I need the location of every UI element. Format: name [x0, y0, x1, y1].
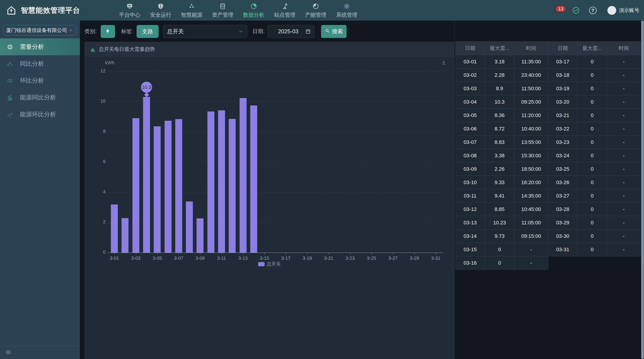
- sidebar-item-label: 需量分析: [20, 43, 44, 51]
- account-name[interactable]: 演示账号: [619, 7, 639, 14]
- search-button-label: 搜索: [332, 28, 343, 35]
- table-row: 03-058.3611:20:0003-210-: [456, 109, 641, 122]
- tag-branch-button[interactable]: 支路: [136, 25, 158, 38]
- table-cell: 10:45:00: [514, 203, 548, 216]
- company-select-value: 厦门锐谷通信设备有限公司: [6, 27, 67, 34]
- table-cell: 09:15:00: [514, 229, 548, 243]
- sidebar-item-yoy-analysis[interactable]: 同比分析: [0, 55, 80, 72]
- nav-item-label: 安全运行: [150, 11, 171, 18]
- download-icon[interactable]: [440, 59, 447, 66]
- table-cell: 03-09: [456, 162, 485, 176]
- nav-item-asset-management[interactable]: 资产管理: [212, 2, 234, 18]
- table-cell: 03-08: [456, 149, 485, 162]
- nav-item-capacity-management[interactable]: 产能管理: [305, 2, 327, 18]
- table-cell: 03-17: [548, 55, 578, 68]
- table-row: 03-109.3316:20:0003-260-: [456, 176, 641, 189]
- legend-swatch: [258, 262, 264, 266]
- x-tick-label: 3-07: [168, 256, 189, 261]
- table-body: 03-013.1811:35:0003-170-03-022.2823:40:0…: [456, 55, 641, 270]
- table-cell: 0: [578, 82, 607, 95]
- avatar[interactable]: [608, 6, 616, 15]
- x-tick-label: 3-05: [147, 256, 168, 261]
- table-cell: 0: [578, 68, 607, 82]
- company-select[interactable]: 厦门锐谷通信设备有限公司: [3, 25, 76, 35]
- yoy-analysis-icon: [6, 60, 14, 67]
- table-cell: -: [607, 162, 641, 176]
- bar-3-03[interactable]: [132, 118, 139, 253]
- chart-panel-header: 总开关每日最大需量趋势: [85, 42, 454, 56]
- x-axis-tick: [243, 253, 243, 254]
- bar-3-10[interactable]: [208, 111, 214, 253]
- notification-bell-icon[interactable]: 13: [557, 7, 564, 14]
- asset-management-icon: [219, 3, 226, 10]
- x-axis-line: [108, 253, 443, 253]
- sidebar-item-mom-analysis[interactable]: 环比分析: [0, 72, 80, 89]
- table-cell: 0: [578, 243, 607, 256]
- legend-label: 总开关: [267, 261, 281, 267]
- y-tick-label: 8: [89, 129, 106, 134]
- sidebar-item-energy-mom-analysis[interactable]: 能源环比分析: [0, 106, 80, 123]
- bar-3-13[interactable]: [240, 98, 246, 253]
- table-cell: 3.18: [485, 55, 514, 68]
- sidebar: 厦门锐谷通信设备有限公司 需量分析同比分析环比分析能源同比分析能源环比分析: [0, 20, 80, 359]
- sidebar-item-energy-yoy-analysis[interactable]: 能源同比分析: [0, 89, 80, 106]
- help-icon[interactable]: ?: [589, 7, 596, 14]
- tag-label: 标签:: [121, 28, 133, 35]
- nav-item-smart-energy[interactable]: 智慧能源: [180, 2, 203, 18]
- x-tick-label: 3-01: [104, 256, 125, 261]
- date-input[interactable]: 2025-03: [268, 25, 314, 38]
- x-axis-tick: [114, 253, 114, 254]
- table-cell: -: [607, 216, 641, 229]
- notification-badge: 13: [555, 5, 566, 13]
- bar-3-11[interactable]: [218, 110, 225, 253]
- branch-select[interactable]: 总开关: [163, 25, 247, 38]
- x-tick-label: 3-25: [361, 256, 382, 261]
- nav-item-label: 站点管理: [274, 11, 296, 18]
- table-cell: 0: [578, 95, 607, 109]
- bar-3-08[interactable]: [186, 201, 193, 253]
- sidebar-item-demand-analysis[interactable]: 需量分析: [0, 38, 80, 55]
- bar-3-09[interactable]: [196, 218, 204, 253]
- table-header-cell: 最大需...: [485, 42, 514, 55]
- table-cell: 03-22: [548, 122, 578, 136]
- calendar-icon: [305, 29, 311, 34]
- left-column: 类别: 标签: 支路 总开关 日期: 2025-03: [80, 21, 454, 359]
- bar-3-04[interactable]: [143, 97, 150, 253]
- table-cell: 03-07: [456, 136, 485, 149]
- bar-3-02[interactable]: [122, 218, 128, 253]
- bar-3-14[interactable]: [250, 105, 257, 253]
- bar-3-06[interactable]: [164, 121, 172, 253]
- nav-item-label: 系统管理: [336, 11, 358, 18]
- table-cell: 03-30: [548, 229, 578, 243]
- top-nav: 平台中心安全运行智慧能源资产管理数据分析站点管理产能管理系统管理: [118, 2, 358, 18]
- table-header-cell: 日期: [456, 42, 485, 55]
- x-tick-label: 3-21: [318, 256, 339, 261]
- performance-gauge-icon[interactable]: [572, 6, 580, 14]
- nav-item-platform-center[interactable]: 平台中心: [118, 2, 141, 18]
- bar-3-12[interactable]: [229, 119, 236, 253]
- collapse-sidebar-icon[interactable]: [5, 349, 12, 356]
- table-cell: -: [607, 55, 641, 68]
- nav-item-system-management[interactable]: 系统管理: [336, 2, 358, 18]
- main-area: 类别: 标签: 支路 总开关 日期: 2025-03: [80, 20, 644, 359]
- bar-3-01[interactable]: [111, 204, 118, 253]
- table-row: 03-022.2823:40:0003-180-: [456, 68, 641, 82]
- nav-item-safe-operation[interactable]: 安全运行: [150, 2, 172, 18]
- table-cell: 03-03: [456, 82, 485, 95]
- nav-item-site-management[interactable]: 站点管理: [274, 2, 296, 18]
- x-axis-tick: [329, 253, 329, 254]
- table-cell: 14:35:00: [514, 189, 548, 203]
- scrollbar-thumb[interactable]: [641, 20, 644, 359]
- search-button[interactable]: 搜索: [321, 25, 346, 38]
- table-row: 03-1310.2311:05:0003-290-: [456, 216, 641, 229]
- table-cell: 03-04: [456, 95, 485, 109]
- bar-3-07[interactable]: [175, 119, 182, 253]
- bar-3-05[interactable]: [154, 126, 161, 253]
- nav-item-data-analysis[interactable]: 数据分析: [242, 2, 265, 18]
- site-management-icon: [281, 3, 288, 10]
- y-axis-unit-label: kWh: [105, 60, 114, 65]
- chart-legend[interactable]: 总开关: [258, 261, 281, 267]
- category-electric-button[interactable]: [101, 25, 115, 38]
- table-cell: 18:50:00: [514, 162, 548, 176]
- y-tick-label: 6: [89, 159, 106, 164]
